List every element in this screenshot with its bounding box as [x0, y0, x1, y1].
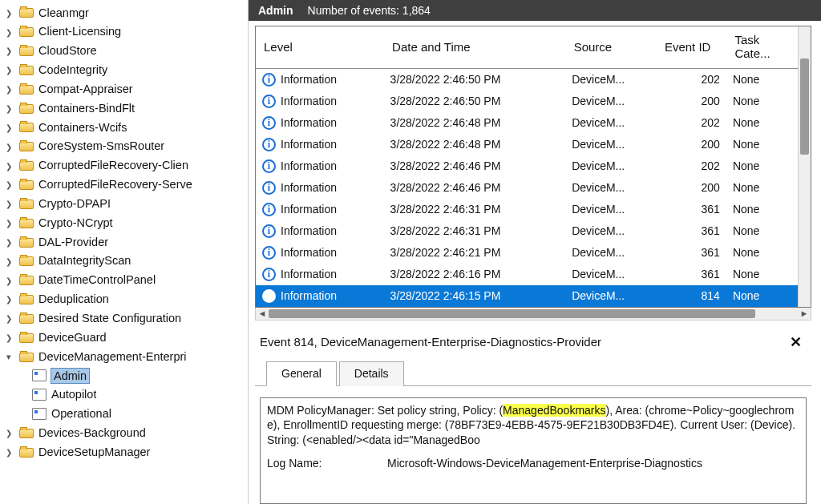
- tree-item[interactable]: Crypto-NCrypt: [3, 213, 248, 232]
- table-row[interactable]: iInformation3/28/2022 2:46:50 PMDeviceM.…: [256, 69, 798, 91]
- tree-item[interactable]: DataIntegrityScan: [3, 252, 248, 271]
- tree-item[interactable]: DeviceManagement-Enterpri: [3, 347, 248, 366]
- tree-item[interactable]: Desired State Configuration: [3, 309, 248, 329]
- cell-task-cat: None: [726, 177, 798, 199]
- chevron-right-icon[interactable]: [3, 427, 14, 438]
- table-row[interactable]: iInformation3/28/2022 2:46:50 PMDeviceM.…: [256, 91, 798, 112]
- events-hscrollbar[interactable]: ◄ ►: [255, 308, 811, 321]
- folder-icon: [19, 429, 34, 438]
- tree-item[interactable]: Operational: [3, 405, 248, 424]
- cell-date: 3/28/2022 2:46:15 PM: [384, 285, 566, 307]
- table-row[interactable]: iInformation3/28/2022 2:46:46 PMDeviceM.…: [256, 177, 798, 199]
- chevron-right-icon[interactable]: [3, 275, 14, 286]
- tree-item[interactable]: Autopilot: [3, 385, 248, 405]
- cell-task-cat: None: [726, 69, 798, 91]
- tree-item-label: DeviceManagement-Enterpri: [38, 349, 187, 365]
- details-tabs: General Details: [255, 361, 811, 386]
- hscroll-right-icon[interactable]: ►: [798, 308, 811, 318]
- vscrollbar-thumb[interactable]: [800, 58, 809, 155]
- col-header-event-id[interactable]: Event ID: [656, 26, 726, 69]
- tree-item[interactable]: Containers-BindFlt: [3, 99, 248, 118]
- table-row[interactable]: iInformation3/28/2022 2:46:31 PMDeviceM.…: [256, 199, 798, 220]
- table-row[interactable]: iInformation3/28/2022 2:46:21 PMDeviceM.…: [256, 242, 798, 264]
- folder-icon: [19, 180, 34, 190]
- tree-item[interactable]: Deduplication: [3, 290, 248, 309]
- level-label: Information: [281, 159, 337, 172]
- tree-item[interactable]: DeviceSetupManager: [3, 442, 248, 462]
- tree-item[interactable]: DAL-Provider: [3, 232, 248, 252]
- level-label: Information: [281, 268, 337, 280]
- col-header-level[interactable]: Level: [256, 26, 384, 69]
- tree-item[interactable]: CoreSystem-SmsRouter: [3, 137, 248, 156]
- table-row[interactable]: iInformation3/28/2022 2:46:31 PMDeviceM.…: [256, 220, 798, 242]
- cell-event-id: 361: [656, 264, 726, 285]
- folder-icon: [19, 333, 34, 343]
- folder-icon: [19, 256, 34, 266]
- tree-item[interactable]: Client-Licensing: [3, 22, 248, 42]
- tree-pane[interactable]: CleanmgrClient-LicensingCloudStoreCodeIn…: [0, 0, 249, 504]
- tree-item[interactable]: DateTimeControlPanel: [3, 271, 248, 290]
- tree-item[interactable]: Containers-Wcifs: [3, 118, 248, 137]
- tree-item[interactable]: Crypto-DPAPI: [3, 194, 248, 213]
- col-header-task-cat[interactable]: Task Cate...: [726, 26, 798, 69]
- level-label: Information: [281, 224, 337, 237]
- col-header-date[interactable]: Date and Time: [384, 26, 566, 69]
- col-header-source[interactable]: Source: [565, 26, 656, 69]
- chevron-right-icon[interactable]: [3, 312, 14, 324]
- chevron-right-icon[interactable]: [3, 160, 14, 171]
- tab-general[interactable]: General: [266, 361, 337, 386]
- tree-item[interactable]: CorruptedFileRecovery-Clien: [3, 156, 248, 175]
- information-icon: i: [262, 246, 276, 260]
- chevron-right-icon[interactable]: [3, 7, 14, 18]
- chevron-right-icon[interactable]: [3, 217, 14, 228]
- chevron-right-icon[interactable]: [3, 122, 14, 133]
- hscroll-track[interactable]: [269, 308, 798, 320]
- tree-item[interactable]: Compat-Appraiser: [3, 79, 248, 99]
- tree-item[interactable]: CorruptedFileRecovery-Serve: [3, 175, 248, 195]
- cell-source: DeviceM...: [565, 242, 656, 264]
- hscroll-left-icon[interactable]: ◄: [256, 308, 269, 318]
- chevron-right-icon[interactable]: [3, 446, 14, 458]
- information-icon: i: [262, 116, 276, 130]
- chevron-right-icon[interactable]: [3, 179, 14, 190]
- tree-item[interactable]: Admin: [3, 366, 248, 385]
- table-row[interactable]: iInformation3/28/2022 2:46:46 PMDeviceM.…: [256, 155, 798, 177]
- chevron-right-icon[interactable]: [3, 236, 14, 248]
- events-table[interactable]: Level Date and Time Source Event ID Task…: [256, 26, 798, 307]
- events-vscrollbar[interactable]: [798, 26, 811, 307]
- chevron-right-icon[interactable]: [3, 83, 14, 95]
- close-icon[interactable]: ✕: [787, 333, 805, 351]
- right-pane: Admin Number of events: 1,864 Level Date…: [249, 0, 821, 504]
- chevron-right-icon[interactable]: [3, 103, 14, 114]
- chevron-down-icon[interactable]: [3, 351, 14, 362]
- table-row[interactable]: iInformation3/28/2022 2:46:48 PMDeviceM.…: [256, 112, 798, 134]
- hscrollbar-thumb[interactable]: [269, 309, 755, 318]
- folder-icon: [19, 353, 34, 362]
- tree-item-label: Cleanmgr: [38, 6, 89, 21]
- tree-item[interactable]: Cleanmgr: [3, 3, 248, 22]
- cell-event-id: 200: [656, 91, 726, 112]
- tree-item[interactable]: Devices-Background: [3, 424, 248, 443]
- table-row[interactable]: iInformation3/28/2022 2:46:15 PMDeviceM.…: [256, 285, 798, 307]
- chevron-right-icon[interactable]: [3, 45, 14, 56]
- log-header-summary: Number of events: 1,864: [308, 4, 431, 17]
- chevron-right-icon[interactable]: [3, 332, 14, 343]
- chevron-right-icon[interactable]: [3, 26, 14, 38]
- tree-item[interactable]: DeviceGuard: [3, 328, 248, 347]
- cell-date: 3/28/2022 2:46:16 PM: [384, 264, 566, 285]
- folder-icon: [19, 85, 34, 95]
- chevron-right-icon[interactable]: [3, 141, 14, 152]
- chevron-right-icon[interactable]: [3, 198, 14, 209]
- tab-details[interactable]: Details: [339, 361, 404, 386]
- folder-icon: [19, 161, 34, 171]
- folder-icon: [19, 314, 34, 324]
- chevron-right-icon[interactable]: [3, 256, 14, 267]
- tree-item[interactable]: CodeIntegrity: [3, 61, 248, 80]
- tree-item-label: DataIntegrityScan: [38, 253, 131, 268]
- table-row[interactable]: iInformation3/28/2022 2:46:16 PMDeviceM.…: [256, 264, 798, 285]
- tree-item-label: DeviceSetupManager: [38, 445, 150, 460]
- chevron-right-icon[interactable]: [3, 293, 14, 304]
- table-row[interactable]: iInformation3/28/2022 2:46:48 PMDeviceM.…: [256, 134, 798, 155]
- tree-item[interactable]: CloudStore: [3, 42, 248, 61]
- chevron-right-icon[interactable]: [3, 64, 14, 75]
